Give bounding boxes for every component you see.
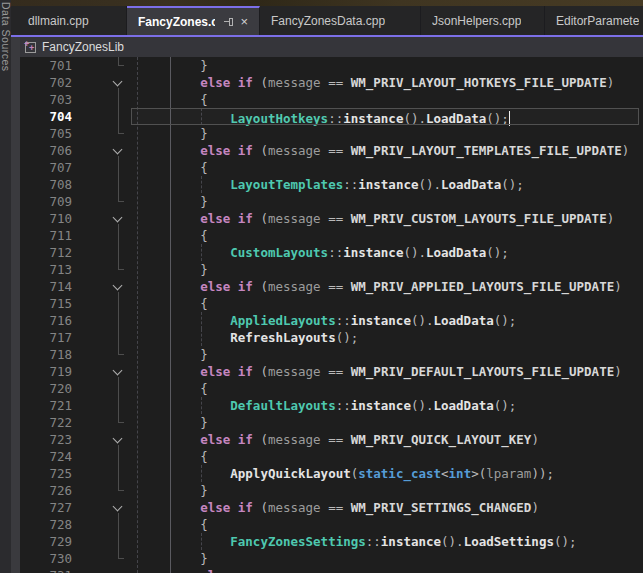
token-pl [343, 432, 351, 447]
fold-collapse-chevron-icon[interactable] [113, 281, 123, 291]
code-line[interactable]: else if (message == WM_PRIV_SETTINGS_CHA… [140, 499, 643, 516]
sidebar-splitter[interactable] [11, 37, 20, 573]
token-pl: (); [494, 398, 517, 413]
code-line[interactable]: CustomLayouts::instance().LoadData(); [140, 244, 643, 261]
code-line[interactable]: FancyZonesSettings::instance().LoadSetti… [140, 533, 643, 550]
fold-collapse-chevron-icon[interactable] [113, 570, 123, 573]
indent-guide-2 [201, 312, 202, 329]
code-line[interactable]: DefaultLayouts::instance().LoadData(); [140, 397, 643, 414]
code-line[interactable]: { [140, 91, 643, 108]
tab-jsonhelpers-cpp[interactable]: JsonHelpers.cpp [421, 6, 545, 35]
code-line[interactable]: } [140, 550, 643, 567]
fold-collapse-chevron-icon[interactable] [113, 77, 123, 87]
fold-line-end [118, 269, 124, 270]
tab-fancyzonesdata-cpp[interactable]: FancyZonesData.cpp [260, 6, 421, 35]
token-pl: (). [403, 245, 426, 260]
code-line[interactable]: { [140, 227, 643, 244]
tab-editorparamete[interactable]: EditorParamete [545, 6, 643, 35]
code-line[interactable]: ApplyQuickLayout(static_cast<int>(lparam… [140, 465, 643, 482]
code-line[interactable]: } [140, 414, 643, 431]
token-fn: LoadData [434, 398, 494, 413]
code-line[interactable]: { [140, 516, 643, 533]
token-kw: else [200, 568, 230, 573]
code-line[interactable]: else if (message == WM_PRIV_QUICK_LAYOUT… [140, 431, 643, 448]
code-line[interactable]: { [140, 380, 643, 397]
code-line[interactable]: else if (message == WM_PRIV_DEFAULT_LAYO… [140, 363, 643, 380]
outlining-margin [74, 108, 140, 125]
code-line[interactable]: LayoutTemplates::instance().LoadData(); [140, 176, 643, 193]
code-line[interactable]: } [140, 346, 643, 363]
token-fn: LoadData [434, 313, 494, 328]
token-kw: else [200, 432, 230, 447]
token-pl: (); [554, 534, 577, 549]
editor-row-708: 708LayoutTemplates::instance().LoadData(… [20, 176, 643, 193]
outlining-margin [74, 278, 140, 295]
tab-fancyzones-cpp[interactable]: FancyZones.cpp× [127, 6, 260, 35]
editor-row-703: 703{ [20, 91, 643, 108]
token-pr: message [268, 364, 321, 379]
indent-guide-2 [201, 244, 202, 261]
token-fn: instance [343, 245, 403, 260]
token-pl: (); [336, 330, 359, 345]
fold-collapse-chevron-icon[interactable] [113, 434, 123, 444]
fold-line [118, 295, 119, 312]
token-pl: } [200, 551, 208, 566]
token-fn: instance [381, 534, 441, 549]
code-editor[interactable]: 701}702else if (message == WM_PRIV_LAYOU… [20, 57, 643, 573]
code-line[interactable]: LayoutHotkeys::instance().LoadData(); [140, 108, 643, 125]
token-pl: ) [614, 279, 622, 294]
code-line[interactable]: else [140, 567, 643, 573]
code-line[interactable]: else if (message == WM_PRIV_LAYOUT_TEMPL… [140, 142, 643, 159]
code-line[interactable]: } [140, 57, 643, 74]
token-pl [343, 75, 351, 90]
code-line[interactable]: { [140, 159, 643, 176]
token-pl: ) [614, 364, 622, 379]
project-dropdown[interactable]: FancyZonesLib [42, 40, 124, 54]
token-kw: if [238, 364, 253, 379]
fold-line [118, 465, 119, 482]
line-number: 710 [20, 210, 74, 227]
code-line[interactable]: } [140, 125, 643, 142]
token-pl: )); [531, 466, 554, 481]
fold-collapse-chevron-icon[interactable] [113, 502, 123, 512]
outlining-margin [74, 363, 140, 380]
code-line[interactable]: AppliedLayouts::instance().LoadData(); [140, 312, 643, 329]
token-pr: message [268, 432, 321, 447]
token-op: == [328, 500, 343, 515]
sidebar-tab-data-sources[interactable]: Data Sources [0, 0, 11, 573]
tab-label: FancyZonesData.cpp [271, 14, 385, 28]
code-line[interactable]: } [140, 261, 643, 278]
code-line[interactable]: } [140, 482, 643, 499]
line-number: 715 [20, 295, 74, 312]
code-line[interactable]: { [140, 295, 643, 312]
token-pl: :: [328, 111, 343, 126]
fold-line-end [118, 354, 124, 355]
token-pr: message [268, 75, 321, 90]
token-pr: message [268, 143, 321, 158]
code-line[interactable]: else if (message == WM_PRIV_CUSTOM_LAYOU… [140, 210, 643, 227]
outlining-margin [74, 448, 140, 465]
code-line[interactable]: } [140, 193, 643, 210]
token-kw: if [238, 211, 253, 226]
code-line[interactable]: { [140, 448, 643, 465]
fold-collapse-chevron-icon[interactable] [113, 213, 123, 223]
tab-dllmain-cpp[interactable]: dllmain.cpp [17, 6, 127, 35]
fold-line [118, 244, 119, 261]
code-line[interactable]: RefreshLayouts(); [140, 329, 643, 346]
indent-guide-2 [201, 397, 202, 414]
fold-collapse-chevron-icon[interactable] [113, 145, 123, 155]
token-op: == [328, 364, 343, 379]
code-line[interactable]: else if (message == WM_PRIV_LAYOUT_HOTKE… [140, 74, 643, 91]
code-line[interactable]: else if (message == WM_PRIV_APPLIED_LAYO… [140, 278, 643, 295]
outlining-margin [74, 142, 140, 159]
pin-tab-icon[interactable] [224, 17, 234, 27]
editor-row-724: 724{ [20, 448, 643, 465]
editor-row-706: 706else if (message == WM_PRIV_LAYOUT_TE… [20, 142, 643, 159]
token-fn: LoadData [441, 177, 501, 192]
token-pl: { [200, 381, 208, 396]
token-ty: AppliedLayouts [230, 313, 335, 328]
fold-line [118, 193, 119, 201]
close-tab-icon[interactable]: × [240, 15, 248, 28]
fold-collapse-chevron-icon[interactable] [113, 366, 123, 376]
fold-line [118, 397, 119, 414]
